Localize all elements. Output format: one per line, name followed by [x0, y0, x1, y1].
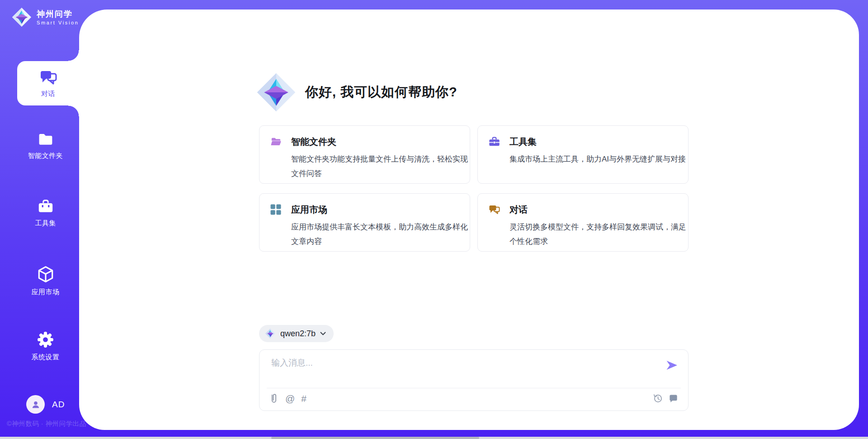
card-description: 应用市场提供丰富长文本模板，助力高效生成多样化文章内容 — [291, 220, 472, 249]
sidebar-item-settings[interactable]: 系统设置 — [6, 330, 85, 362]
attach-button[interactable] — [269, 393, 279, 404]
chat-bubbles-icon — [39, 68, 58, 86]
cube-icon — [36, 265, 55, 284]
sidebar-item-label: 对话 — [41, 90, 55, 98]
user-profile[interactable]: AD — [26, 395, 65, 414]
mention-button[interactable]: @ — [285, 393, 295, 404]
sidebar-item-app-market[interactable]: 应用市场 — [6, 265, 85, 296]
sidebar-item-label: 应用市场 — [32, 288, 60, 296]
brand-logo[interactable]: 神州问学 Smart Vision — [11, 7, 79, 28]
feature-card-chat[interactable]: 对话 灵活切换多模型文件，支持多样回复效果调试，满足个性化需求 — [477, 193, 689, 252]
card-title: 工具集 — [509, 136, 537, 148]
brand-logo-icon — [11, 7, 32, 28]
history-button[interactable] — [653, 393, 663, 403]
chat-bubbles-icon — [488, 203, 502, 216]
briefcase-icon — [488, 135, 502, 148]
brand-subtitle: Smart Vision — [37, 20, 79, 25]
paperclip-icon — [269, 393, 279, 404]
feedback-button[interactable] — [669, 394, 678, 403]
feature-card-smart-folders[interactable]: 智能文件夹 智能文件夹功能支持批量文件上传与清洗，轻松实现文件问答 — [259, 125, 470, 184]
card-title: 对话 — [509, 204, 528, 216]
briefcase-icon — [37, 198, 55, 215]
folder-icon — [37, 131, 55, 148]
feature-cards: 智能文件夹 智能文件夹功能支持批量文件上传与清洗，轻松实现文件问答 工具集 集成… — [259, 125, 689, 252]
composer-divider — [267, 388, 681, 388]
model-name: qwen2:7b — [280, 329, 316, 339]
feature-card-app-market[interactable]: 应用市场 应用市场提供丰富长文本模板，助力高效生成多样化文章内容 — [259, 193, 470, 252]
sidebar-item-label: 系统设置 — [32, 353, 60, 362]
comment-icon — [669, 394, 678, 403]
feature-card-toolset[interactable]: 工具集 集成市场上主流工具，助力AI与外界无缝扩展与对接 — [477, 125, 689, 184]
message-input[interactable] — [271, 357, 656, 383]
history-icon — [653, 393, 663, 403]
avatar — [26, 395, 45, 414]
model-selector[interactable]: qwen2:7b — [259, 325, 334, 342]
hash-button[interactable]: # — [301, 393, 307, 404]
greeting-row: 你好, 我可以如何帮助你? — [255, 71, 458, 114]
card-description: 智能文件夹功能支持批量文件上传与清洗，轻松实现文件问答 — [291, 152, 472, 181]
grid-tiles-icon — [270, 203, 283, 216]
message-composer: @ # — [259, 349, 689, 411]
card-description: 集成市场上主流工具，助力AI与外界无缝扩展与对接 — [509, 152, 690, 167]
gear-icon — [36, 330, 55, 349]
hash-icon: # — [301, 393, 307, 404]
greeting-logo-icon — [255, 72, 297, 113]
send-icon — [665, 359, 678, 371]
sidebar-item-label: 工具集 — [35, 219, 56, 228]
horizontal-scrollbar[interactable] — [0, 437, 868, 439]
greeting-title: 你好, 我可以如何帮助你? — [305, 83, 458, 101]
sidebar-item-toolset[interactable]: 工具集 — [6, 198, 85, 228]
folder-open-icon — [270, 135, 283, 148]
user-initials: AD — [52, 400, 65, 410]
chevron-down-icon — [320, 332, 326, 335]
at-icon: @ — [285, 393, 295, 404]
main-panel: 你好, 我可以如何帮助你? 智能文件夹 智能文件夹功能支持批量文件上传与清洗，轻… — [79, 10, 859, 430]
scrollbar-thumb[interactable] — [271, 437, 479, 439]
sidebar-item-smart-folders[interactable]: 智能文件夹 — [6, 131, 85, 160]
card-description: 灵活切换多模型文件，支持多样回复效果调试，满足个性化需求 — [509, 220, 690, 249]
send-button[interactable] — [665, 359, 678, 371]
copyright-text: ©神州数码 · 神州问学出品 — [7, 420, 86, 428]
sidebar-item-label: 智能文件夹 — [28, 152, 63, 160]
sidebar-item-chat[interactable]: 对话 — [17, 61, 79, 105]
card-title: 应用市场 — [291, 204, 327, 216]
card-title: 智能文件夹 — [291, 136, 336, 148]
person-icon — [31, 400, 41, 410]
brand-name: 神州问学 — [37, 9, 79, 19]
model-logo-icon — [265, 328, 276, 339]
